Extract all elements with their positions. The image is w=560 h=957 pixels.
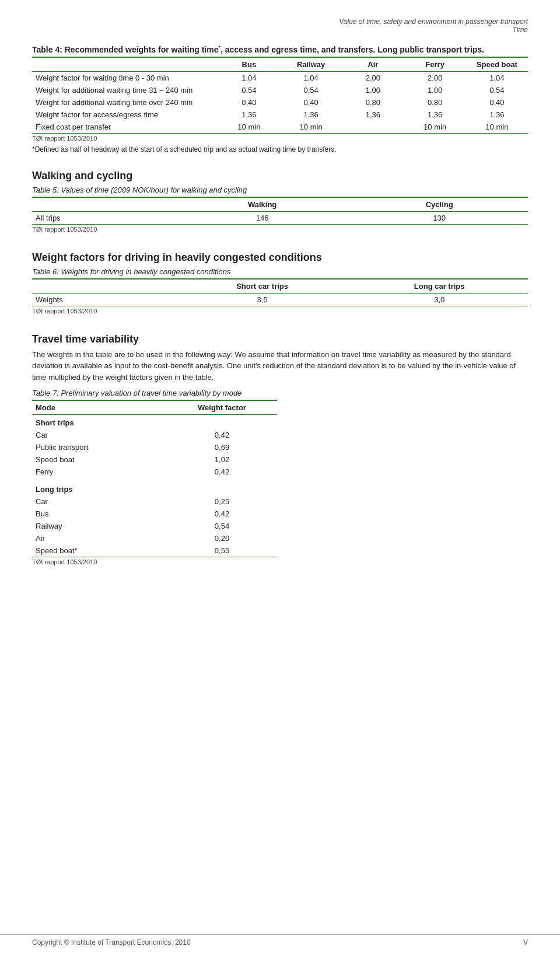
footer-page: V: [523, 938, 528, 946]
table7-long-car-label: Car: [32, 495, 167, 508]
table5-header-row: Walking Cycling: [32, 197, 528, 212]
table7-col-weight: Weight factor: [167, 400, 277, 415]
table4-row3-bus: 1,36: [218, 109, 280, 121]
table-row: Public transport 0,69: [32, 441, 277, 453]
table5-row0-cycling: 130: [351, 211, 528, 224]
table4-row3-ferry: 1,36: [404, 109, 466, 121]
table4-col-speedboat: Speed boat: [466, 57, 528, 72]
table4-col-ferry: Ferry: [404, 57, 466, 72]
table-row: Air 0,20: [32, 532, 277, 544]
table4-footnote: *Defined as half of headway at the start…: [32, 145, 528, 153]
table7: Mode Weight factor Short trips Car 0,42 …: [32, 400, 277, 557]
walking-section-title: Walking and cycling: [32, 170, 528, 182]
weight-section-title: Weight factors for driving in heavily co…: [32, 252, 528, 264]
table7-long-air-label: Air: [32, 532, 167, 544]
page-footer: Copyright © Institute of Transport Econo…: [0, 934, 560, 946]
table4-source: TØI rapport 1053/2010: [32, 135, 528, 142]
footer-copyright: Copyright © Institute of Transport Econo…: [32, 938, 191, 946]
table4-col-label: [32, 57, 218, 72]
table6-row0-long: 3,0: [351, 293, 528, 306]
table4-row2-ferry: 0,80: [404, 96, 466, 109]
table6-row0-label: Weights: [32, 293, 174, 306]
table7-section-short-header: Short trips: [32, 415, 277, 429]
table4-row0-label: Weight factor for waiting time 0 - 30 mi…: [32, 71, 218, 84]
table4-row4-speedboat: 10 min: [466, 121, 528, 134]
table5: Walking Cycling All trips 146 130: [32, 197, 528, 225]
table7-short-publictransport-label: Public transport: [32, 441, 167, 453]
table-row: Speed boat 1,02: [32, 453, 277, 466]
variability-section-title: Travel time variability: [32, 333, 528, 345]
table7-long-railway-label: Railway: [32, 520, 167, 532]
table-row: Fixed cost per transfer 10 min 10 min 10…: [32, 121, 528, 134]
table4-row3-air: 1,36: [342, 109, 404, 121]
table7-short-ferry-label: Ferry: [32, 466, 167, 478]
table6-source: TØI rapport 1053/2010: [32, 308, 528, 315]
table-row: Speed boat* 0,55: [32, 544, 277, 557]
table4-row4-air: [342, 121, 404, 134]
table4-row1-speedboat: 0,54: [466, 84, 528, 96]
table7-short-speedboat-weight: 1,02: [167, 453, 277, 466]
table4-row4-label: Fixed cost per transfer: [32, 121, 218, 134]
table4-caption-block: Table 4: Recommended weights for waiting…: [32, 44, 528, 54]
table4-row0-air: 2,00: [342, 71, 404, 84]
table4-row1-bus: 0,54: [218, 84, 280, 96]
header-line2: Time: [512, 26, 528, 34]
table4-row2-speedboat: 0,40: [466, 96, 528, 109]
table4-row0-ferry: 2,00: [404, 71, 466, 84]
table4-row2-bus: 0,40: [218, 96, 280, 109]
table-row: Weight for additional waiting time over …: [32, 96, 528, 109]
table5-col-walking: Walking: [174, 197, 351, 212]
table6-col-long: Long car trips: [351, 279, 528, 294]
table-row: Railway 0,54: [32, 520, 277, 532]
variability-paragraph: The weights in the table are to be used …: [32, 349, 528, 383]
table7-long-bus-label: Bus: [32, 508, 167, 520]
table4-row1-label: Weight for additional waiting time 31 – …: [32, 84, 218, 96]
table4-row2-railway: 0,40: [280, 96, 342, 109]
table4-row3-speedboat: 1,36: [466, 109, 528, 121]
table-row: Weights 3,5 3,0: [32, 293, 528, 306]
table5-row0-label: All trips: [32, 211, 174, 224]
table7-short-ferry-weight: 0,42: [167, 466, 277, 478]
table6-col-label: [32, 279, 174, 294]
table4-row2-air: 0,80: [342, 96, 404, 109]
page-header: Value of time, safety and environment in…: [32, 18, 528, 34]
table4-row1-railway: 0,54: [280, 84, 342, 96]
table-row: Ferry 0,42: [32, 466, 277, 478]
table4-row0-railway: 1,04: [280, 71, 342, 84]
table7-caption: Table 7: Preliminary valuation of travel…: [32, 389, 528, 397]
table5-col-cycling: Cycling: [351, 197, 528, 212]
table4-col-air: Air: [342, 57, 404, 72]
table4-row0-speedboat: 1,04: [466, 71, 528, 84]
table7-short-publictransport-weight: 0,69: [167, 441, 277, 453]
table5-row0-walking: 146: [174, 211, 351, 224]
table-row: Weight for additional waiting time 31 – …: [32, 84, 528, 96]
table4-row3-railway: 1,36: [280, 109, 342, 121]
table6-caption: Table 6: Weights for driving in heavily …: [32, 267, 528, 276]
table6-col-short: Short car trips: [174, 279, 351, 294]
table7-long-railway-weight: 0,54: [167, 520, 277, 532]
table4-row2-label: Weight for additional waiting time over …: [32, 96, 218, 109]
table5-caption: Table 5: Values of time (2009 NOK/hour) …: [32, 186, 528, 194]
table6-header-row: Short car trips Long car trips: [32, 279, 528, 294]
table6: Short car trips Long car trips Weights 3…: [32, 278, 528, 306]
table4-col-bus: Bus: [218, 57, 280, 72]
table4-row1-ferry: 1,00: [404, 84, 466, 96]
table4-caption: Table 4: Recommended weights for waiting…: [32, 45, 484, 54]
table5-source: TØI rapport 1053/2010: [32, 226, 528, 233]
table4-row4-railway: 10 min: [280, 121, 342, 134]
table7-long-speedboat-label: Speed boat*: [32, 544, 167, 557]
header-line1: Value of time, safety and environment in…: [339, 18, 528, 26]
table7-long-bus-weight: 0,42: [167, 508, 277, 520]
table-row: All trips 146 130: [32, 211, 528, 224]
table7-col-mode: Mode: [32, 400, 167, 415]
table7-long-trips-label: Long trips: [32, 478, 277, 495]
table7-header-row: Mode Weight factor: [32, 400, 277, 415]
table4-row4-bus: 10 min: [218, 121, 280, 134]
table7-long-car-weight: 0,25: [167, 495, 277, 508]
table7-long-air-weight: 0,20: [167, 532, 277, 544]
table4-row1-air: 1,00: [342, 84, 404, 96]
table5-col-label: [32, 197, 174, 212]
table-row: Weight factor for waiting time 0 - 30 mi…: [32, 71, 528, 84]
table4-col-railway: Railway: [280, 57, 342, 72]
table-row: Car 0,42: [32, 429, 277, 441]
